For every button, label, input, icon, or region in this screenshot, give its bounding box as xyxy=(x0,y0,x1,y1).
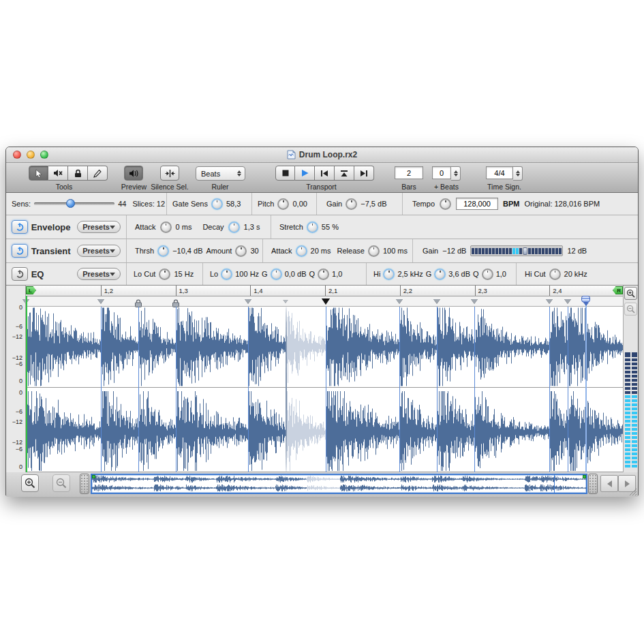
slice-line[interactable] xyxy=(248,307,249,472)
ruler-label: Ruler xyxy=(200,183,240,191)
slice-marker[interactable] xyxy=(564,299,571,304)
playhead-marker[interactable] xyxy=(581,296,590,303)
locut-knob[interactable] xyxy=(159,269,170,280)
playhead-line[interactable] xyxy=(585,296,587,472)
slice-line[interactable] xyxy=(176,307,177,472)
overview-right-handle[interactable] xyxy=(588,474,598,494)
stretch-knob[interactable] xyxy=(307,221,318,233)
lo-gain-knob[interactable] xyxy=(271,269,282,280)
right-locator-flag[interactable]: R xyxy=(613,286,623,294)
titlebar[interactable]: Drum Loop.rx2 xyxy=(6,147,638,163)
slice-line[interactable] xyxy=(437,307,438,472)
transient-gain-meter[interactable] xyxy=(470,245,563,256)
tr-attack-knob[interactable] xyxy=(296,245,307,257)
meter-segment xyxy=(535,248,538,254)
envelope-presets-button[interactable]: Presets xyxy=(77,221,121,233)
slice-line[interactable] xyxy=(568,307,568,472)
meter-thumb xyxy=(523,247,527,255)
close-button[interactable] xyxy=(13,151,21,159)
env-decay-knob[interactable] xyxy=(228,221,240,233)
vertical-zoom-in-button[interactable] xyxy=(624,287,637,300)
thrsh-knob[interactable] xyxy=(157,245,169,257)
release-knob[interactable] xyxy=(368,245,380,257)
meter-row xyxy=(625,436,637,439)
slice-marker[interactable] xyxy=(283,300,288,303)
gate-sens-knob[interactable] xyxy=(211,198,223,210)
resize-handle[interactable] xyxy=(628,487,637,496)
slice-line[interactable] xyxy=(474,307,475,472)
zoom-button[interactable] xyxy=(40,151,48,159)
pitch-value: 0,00 xyxy=(292,200,307,208)
env-attack-knob[interactable] xyxy=(160,221,172,233)
pitch-knob[interactable] xyxy=(277,198,289,210)
sens-value: 44 xyxy=(118,200,126,208)
slice-marker[interactable] xyxy=(396,299,403,304)
slice-line[interactable] xyxy=(399,307,400,472)
eq-power-button[interactable] xyxy=(12,267,28,281)
waveform-editor[interactable]: 11,21,31,42,12,22,32,4LR xyxy=(26,286,624,472)
amount-knob[interactable] xyxy=(235,245,247,257)
power-icon xyxy=(16,270,24,278)
slice-marker-strip[interactable] xyxy=(26,296,624,307)
selected-slice-marker[interactable] xyxy=(322,298,330,305)
bars-field[interactable] xyxy=(395,166,423,179)
pencil-tool-button[interactable] xyxy=(88,166,108,181)
scroll-left-button[interactable] xyxy=(600,475,618,492)
beat-ruler[interactable]: 11,21,31,42,12,22,32,4LR xyxy=(26,286,624,296)
return-to-marker-button[interactable] xyxy=(335,166,354,181)
meter-segment xyxy=(549,248,551,254)
slice-line[interactable] xyxy=(138,307,139,472)
play-button[interactable] xyxy=(295,166,315,181)
overview-waveform[interactable] xyxy=(92,475,586,493)
loop-overview[interactable] xyxy=(91,474,587,494)
lock-tool-button[interactable] xyxy=(68,166,88,181)
minimize-button[interactable] xyxy=(27,151,35,159)
lo-freq-knob[interactable] xyxy=(221,269,232,280)
hi-freq-knob[interactable] xyxy=(383,269,395,280)
left-locator-flag[interactable]: L xyxy=(26,286,36,294)
slice-line[interactable] xyxy=(101,307,102,472)
overview-left-handle[interactable] xyxy=(80,474,89,494)
go-to-start-button[interactable] xyxy=(315,166,335,181)
meter-segment xyxy=(538,248,541,254)
sens-slider[interactable] xyxy=(34,199,114,209)
lo-q-knob[interactable] xyxy=(318,269,329,280)
silence-selection-button[interactable] xyxy=(160,166,179,181)
tempo-field[interactable] xyxy=(456,198,498,210)
beats-stepper[interactable] xyxy=(451,166,461,181)
slice-line[interactable] xyxy=(549,307,550,472)
horizontal-zoom-out-button[interactable] xyxy=(52,474,70,492)
transient-presets-button[interactable]: Presets xyxy=(77,245,121,257)
timesig-stepper[interactable] xyxy=(513,166,523,181)
arrow-tool-button[interactable] xyxy=(29,166,48,181)
slice-marker[interactable] xyxy=(97,299,104,304)
hi-g-value: 3,6 dB xyxy=(448,270,470,278)
ruler-units-popup[interactable]: Beats xyxy=(196,166,245,181)
go-to-end-button[interactable] xyxy=(354,166,374,181)
play-icon xyxy=(301,169,309,177)
slice-line[interactable] xyxy=(326,307,326,472)
slice-marker[interactable] xyxy=(245,299,251,304)
sens-slider-thumb[interactable] xyxy=(66,199,75,208)
slice-marker[interactable] xyxy=(471,299,478,304)
transient-power-button[interactable] xyxy=(12,244,28,258)
left-locator-line[interactable] xyxy=(26,296,27,472)
beats-stepper-group: 0 xyxy=(432,166,461,181)
gain-knob[interactable] xyxy=(346,198,357,210)
envelope-power-button[interactable] xyxy=(12,220,28,234)
slice-marker[interactable] xyxy=(433,299,440,304)
scroll-left-icon xyxy=(607,480,612,487)
mute-tool-button[interactable] xyxy=(48,166,68,181)
scroll-right-icon xyxy=(625,480,630,487)
hicut-knob[interactable] xyxy=(549,269,561,280)
tempo-knob[interactable] xyxy=(440,198,451,210)
slice-marker[interactable] xyxy=(546,299,553,304)
horizontal-zoom-in-button[interactable] xyxy=(21,474,39,492)
lo-g-value: 0,0 dB xyxy=(285,270,307,278)
hi-gain-knob[interactable] xyxy=(434,269,446,280)
eq-presets-button[interactable]: Presets xyxy=(77,268,121,280)
vertical-zoom-out-button[interactable] xyxy=(624,303,637,316)
stop-button[interactable] xyxy=(275,166,295,181)
hi-q-knob[interactable] xyxy=(482,269,493,280)
preview-button[interactable] xyxy=(124,166,143,181)
